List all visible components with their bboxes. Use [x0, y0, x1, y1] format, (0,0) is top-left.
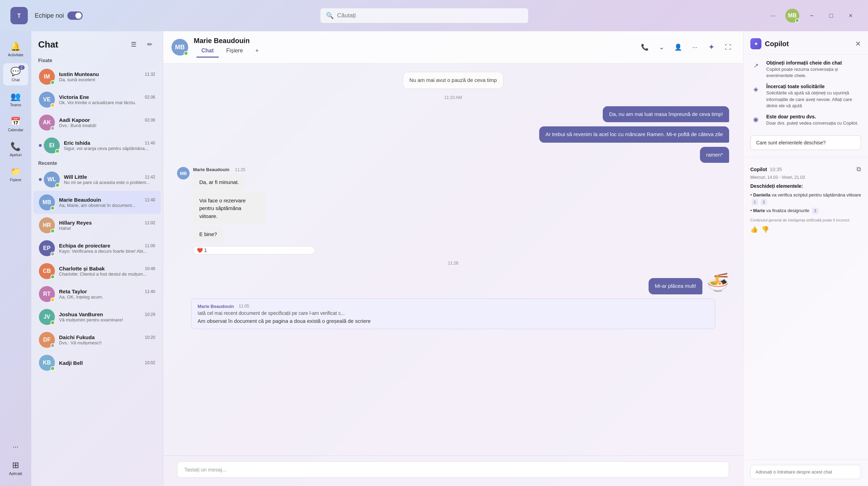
chat-item-eric[interactable]: EI Eric Ishida 11:40 Sigur, voi aranja c… [33, 134, 161, 157]
msg-author-row-marie: Marie Beaudouin 11:25 [193, 167, 315, 172]
copilot-input[interactable] [750, 465, 861, 479]
status-victoria [50, 103, 55, 108]
quoted-preview: Iată cel mai recent document de specific… [198, 310, 709, 316]
thumbs-up-button[interactable]: 👍 [750, 226, 758, 233]
chat-item-charlotte[interactable]: CB Charlotte și Babak 10:48 Charlotte: C… [33, 260, 161, 283]
chat-item-will[interactable]: WL Will Little 11:42 Nu mi se pare că ac… [33, 168, 161, 191]
nav-item-more[interactable]: ··· [3, 439, 28, 454]
feature-desc-2: Solicitările vă ajută să obțineți cu ușu… [766, 90, 861, 109]
main-layout: 🔔 Activitate 2 💬 Chat 👥 Teams 📅 Calendar… [0, 31, 868, 486]
chat-item-aadi[interactable]: AK Aadi Kapoor 02.06 Dvs.: Bună treabă! [33, 111, 161, 134]
feature-item-3: ◉ Este doar pentru dvs. Doar dvs. puteți… [750, 114, 861, 126]
user-status-dot [795, 18, 799, 23]
new-chat-button[interactable]: ✏ [143, 38, 156, 51]
apps-icon: ⊞ [12, 460, 19, 470]
feature-desc-1: Copilot poate rezuma conversația și even… [766, 66, 861, 79]
chat-info-joshua: Joshua VanBuren 10:29 Vă mulțumim pentru… [59, 311, 155, 322]
nav-label-teams: Teams [10, 103, 21, 107]
chat-item-kadji[interactable]: KB Kadji Bell 10:02 [33, 351, 161, 374]
copilot-panel: ✦ Copilot ✕ ↗ Obțineți informații cheie … [743, 31, 868, 486]
org-toggle-switch[interactable] [67, 11, 83, 20]
search-input[interactable] [337, 12, 523, 19]
msg-group-marie: MB Marie Beaudouin 11:25 Da, ar fi minun… [177, 167, 729, 254]
thumbs-down-button[interactable]: 👎 [761, 226, 769, 233]
feature-text-1: Obțineți informații cheie din chat Copil… [766, 60, 861, 79]
chat-preview-marie: Aa, Marie, am observat în document... [59, 203, 155, 208]
chat-name-echipa: Echipa de proiectare [59, 243, 110, 249]
nav-label-apeluri: Apeluri [10, 153, 22, 157]
chat-preview-will: Nu mi se pare că aceasta este o problem.… [64, 180, 155, 185]
expand-button[interactable]: ⛶ [721, 41, 735, 54]
fixed-chats-list: IM Iustin Munteanu 11:32 Da, sună excele… [31, 65, 163, 157]
chat-item-victoria[interactable]: VE Victoria Ene 02.06 Ok. Voi trimite o … [33, 88, 161, 111]
chat-list-header: Chat ☰ ✏ [31, 31, 163, 54]
status-aadi [50, 126, 55, 131]
quoted-time: 11:05 [239, 304, 249, 309]
chat-input-box[interactable]: Tastați un mesaj... [177, 461, 729, 478]
nav-item-apeluri[interactable]: 📞 Apeluri [3, 138, 28, 160]
feature-icon-3: ◉ [750, 114, 761, 125]
action-tag-1-2[interactable]: 2 [761, 199, 767, 206]
chat-list-actions: ☰ ✏ [127, 38, 156, 51]
minimize-button[interactable]: − [805, 9, 819, 23]
chat-info-reta: Reta Taylor 11:40 Aa, OK, înțeleg acum. [59, 288, 155, 300]
maximize-button[interactable]: □ [824, 9, 838, 23]
status-will [55, 183, 60, 187]
nav-item-chat[interactable]: 2 💬 Chat [3, 63, 28, 85]
nav-item-teams[interactable]: 👥 Teams [3, 88, 28, 110]
tab-chat[interactable]: Chat [197, 45, 219, 58]
action-tag-2-1[interactable]: 3 [812, 208, 818, 214]
ellipsis-icon: ··· [770, 12, 775, 19]
chat-item-reta[interactable]: RT Reta Taylor 11:40 Aa, OK, înțeleg acu… [33, 283, 161, 305]
chat-item-joshua[interactable]: JV Joshua VanBuren 10:29 Vă mulțumim pen… [33, 305, 161, 328]
chat-time-will: 11:42 [145, 175, 155, 179]
msg-received-3: E bine? [193, 226, 223, 243]
copilot-response-header: Copilot 10:35 ⧉ [750, 166, 861, 173]
avatar-will: WL [44, 171, 60, 187]
chat-info-echipa: Echipa de proiectare 11:00 Kayo: Verific… [59, 243, 155, 254]
nav-label-calendar: Calendar [8, 128, 24, 132]
participants-button[interactable]: 👤 [671, 41, 685, 54]
chat-info-will: Will Little 11:42 Nu mi se pare că aceas… [64, 174, 155, 185]
copilot-features: ↗ Obțineți informații cheie din chat Cop… [743, 55, 868, 132]
chat-preview-joshua: Vă mulțumim pentru examinare! [59, 317, 155, 322]
feature-item-1: ↗ Obțineți informații cheie din chat Cop… [750, 60, 861, 79]
chat-item-daichi[interactable]: DF Daichi Fukuda 10:20 Dvs.: Vă mulțumes… [33, 328, 161, 351]
header-more-button[interactable]: ··· [688, 41, 701, 54]
svg-text:T: T [17, 13, 21, 19]
reaction-emoji: ❤️ [197, 248, 203, 253]
action-tag-1-1[interactable]: 1 [752, 199, 758, 206]
chat-item-hillary[interactable]: HR Hillary Reyes 11:02 Haha! [33, 214, 161, 237]
tab-add[interactable]: + [251, 45, 264, 58]
chat-item-echipa[interactable]: EP Echipa de proiectare 11:00 Kayo: Veri… [33, 237, 161, 260]
fixed-section-label: Fixate [31, 54, 163, 65]
reaction-chip[interactable]: ❤️ 1 [193, 246, 315, 254]
copilot-toggle-button[interactable]: ✦ [705, 41, 718, 54]
tab-fisiere[interactable]: Fișiere [222, 45, 248, 58]
copilot-date-range: Miercuri, 14.03 - Vineri, 21.03 [750, 175, 861, 180]
copilot-close-button[interactable]: ✕ [855, 40, 861, 48]
chat-preview-eric: Sigur, voi aranja ceva pentru săptămâna.… [64, 146, 155, 151]
copilot-copy-button[interactable]: ⧉ [857, 166, 861, 173]
chat-item-iustin[interactable]: IM Iustin Munteanu 11:32 Da, sună excele… [33, 65, 161, 88]
call-dropdown-button[interactable]: ⌄ [655, 41, 668, 54]
nav-item-fisiere[interactable]: 📁 Fișiere [3, 163, 28, 185]
nav-item-activitate[interactable]: 🔔 Activitate [3, 38, 28, 60]
nav-item-calendar[interactable]: 📅 Calendar [3, 113, 28, 135]
more-options-button[interactable]: ··· [766, 9, 780, 23]
status-echipa [50, 252, 55, 256]
avatar-echipa: EP [39, 240, 55, 256]
unread-dot-eric [39, 144, 42, 147]
user-avatar[interactable]: MB [785, 9, 799, 23]
filter-button[interactable]: ☰ [127, 38, 140, 51]
call-button[interactable]: 📞 [638, 41, 651, 54]
nav-label-aplicatii: Aplicații [9, 471, 22, 476]
status-hillary [50, 229, 55, 233]
quoted-body: Am observat în document că pe pagina a d… [198, 318, 709, 324]
chat-item-marie[interactable]: MB Marie Beaudouin 11:40 Aa, Marie, am o… [33, 191, 161, 214]
copilot-title: Copilot [765, 40, 789, 48]
reaction-count: 1 [204, 248, 207, 253]
nav-item-aplicatii[interactable]: ⊞ Aplicații [3, 457, 28, 479]
close-button[interactable]: × [844, 9, 858, 23]
copilot-query-button[interactable]: Care sunt elementele deschise? [750, 135, 861, 150]
